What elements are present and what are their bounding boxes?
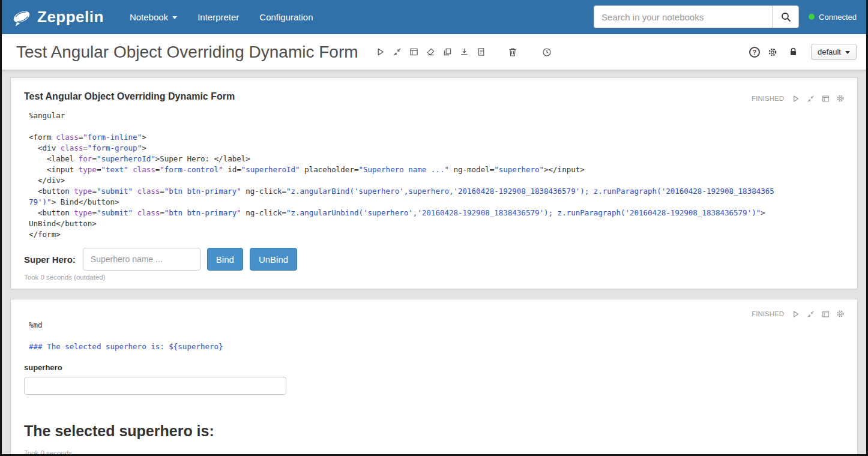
brand-name: Zeppelin [37, 8, 104, 26]
menu-interpreter[interactable]: Interpreter [187, 5, 249, 29]
move-note-to-trash-icon[interactable] [505, 44, 520, 59]
dynamic-form-input[interactable] [24, 377, 286, 395]
run-all-paragraphs-icon[interactable] [373, 44, 388, 59]
collapse-paragraph-icon[interactable] [806, 309, 815, 319]
paragraph-controls: FINISHED [752, 94, 845, 103]
scheduler-icon[interactable] [540, 44, 555, 59]
connected-dot-icon [809, 14, 815, 20]
note-title[interactable]: Test Angular Object Overriding Dynamic F… [16, 43, 358, 62]
note-header-right: ? default [749, 44, 857, 60]
run-paragraph-icon[interactable] [791, 94, 800, 103]
markdown-output-heading: The selected superhero is: [24, 422, 845, 440]
view-mode-dropdown[interactable]: default [811, 44, 857, 60]
paragraph-settings-gear-icon[interactable] [836, 309, 845, 319]
search-button[interactable] [773, 5, 799, 28]
superhero-input[interactable] [83, 248, 200, 271]
menu-notebook[interactable]: Notebook [119, 5, 187, 29]
chevron-down-icon [172, 16, 177, 19]
connection-status: Connected [809, 13, 857, 22]
dynamic-form-label: superhero [24, 363, 845, 372]
paragraph-markdown: FINISHED [10, 299, 858, 456]
note-action-bar: Test Angular Object Overriding Dynamic F… [2, 34, 866, 70]
note-body: FINISHED [2, 70, 866, 456]
top-navbar: Zeppelin Notebook Interpreter Configurat… [2, 0, 866, 34]
paragraph-status: FINISHED [752, 95, 784, 102]
note-toolbar [373, 44, 489, 59]
paragraph-elapsed-time: Took 0 seconds (outdated) [24, 274, 845, 285]
collapse-paragraph-icon[interactable] [806, 94, 815, 103]
help-icon[interactable]: ? [749, 47, 760, 58]
superhero-label: Super Hero: [24, 254, 76, 265]
toggle-editor-icon[interactable] [821, 94, 830, 103]
show-hide-output-icon[interactable] [406, 44, 421, 59]
menu-configuration[interactable]: Configuration [249, 5, 323, 29]
paragraph-controls: FINISHED [752, 309, 845, 319]
paragraph-title: Test Angular Object Overriding Dynamic F… [24, 91, 845, 102]
commit-note-icon[interactable] [474, 44, 489, 59]
paragraph-angular-form: FINISHED [10, 77, 858, 289]
notebook-search [594, 5, 799, 28]
clone-note-icon[interactable] [440, 44, 455, 59]
search-icon [781, 12, 791, 22]
show-hide-code-icon[interactable] [390, 44, 405, 59]
paragraph-elapsed-time: Took 0 seconds [24, 449, 845, 456]
search-input[interactable] [594, 5, 773, 28]
zeppelin-window: Zeppelin Notebook Interpreter Configurat… [0, 0, 868, 456]
export-note-icon[interactable] [457, 44, 472, 59]
zeppelin-logo-icon [11, 7, 32, 27]
bind-button[interactable]: Bind [207, 248, 243, 271]
connection-label: Connected [819, 13, 857, 22]
code-editor[interactable]: %md ### The selected superhero is: ${sup… [29, 320, 843, 352]
angular-output-form: Super Hero: Bind UnBind [24, 248, 845, 271]
unbind-button[interactable]: UnBind [250, 248, 297, 271]
note-permissions-lock-icon[interactable] [786, 44, 801, 59]
chevron-down-icon [845, 51, 850, 54]
note-settings-gear-icon[interactable] [765, 44, 780, 59]
zeppelin-home-link[interactable]: Zeppelin [11, 7, 104, 27]
code-editor[interactable]: %angular <form class="form-inline"> <div… [29, 110, 843, 240]
main-menu: Notebook Interpreter Configuration [119, 5, 324, 29]
paragraph-status: FINISHED [752, 310, 784, 317]
clear-output-icon[interactable] [423, 44, 438, 59]
paragraph-settings-gear-icon[interactable] [836, 94, 845, 103]
run-paragraph-icon[interactable] [791, 309, 800, 319]
toggle-editor-icon[interactable] [821, 309, 830, 319]
